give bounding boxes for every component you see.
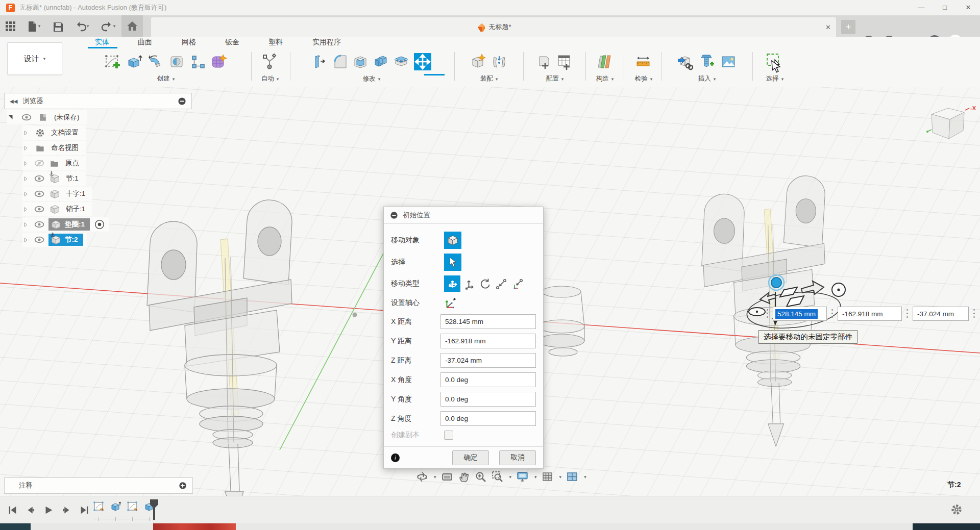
panel-display-toggle-icon[interactable] xyxy=(178,97,186,106)
drag-grip-icon[interactable] xyxy=(972,308,976,319)
shell-icon[interactable] xyxy=(352,54,369,70)
configuration-table-icon[interactable] xyxy=(556,53,574,70)
press-pull-icon[interactable] xyxy=(311,54,328,70)
expander-icon[interactable] xyxy=(22,130,29,136)
fillet-icon[interactable] xyxy=(332,54,348,70)
browser-panel-header[interactable]: ◀◀ 浏览器 xyxy=(4,93,192,109)
expander-icon[interactable] xyxy=(22,191,29,197)
tab-plastic[interactable]: 塑料 xyxy=(268,38,283,47)
joint-icon[interactable] xyxy=(491,53,508,70)
chevron-down-icon[interactable]: ▾ xyxy=(434,474,436,479)
set-pivot-icon[interactable] xyxy=(444,296,457,310)
x-distance-floating-input[interactable]: 528.145 mm xyxy=(773,307,827,321)
zoom-icon[interactable] xyxy=(475,471,487,483)
create-copy-checkbox[interactable] xyxy=(444,431,453,440)
hovered-item-highlight[interactable]: 垫圈:1 xyxy=(48,218,90,231)
app-grid-icon[interactable] xyxy=(0,15,20,37)
pattern-icon[interactable] xyxy=(190,54,206,70)
tab-surface[interactable]: 曲面 xyxy=(138,38,152,47)
new-tab-button[interactable]: + xyxy=(841,20,855,34)
form-icon[interactable] xyxy=(210,53,228,70)
fit-zoom-window-icon[interactable] xyxy=(492,471,504,483)
tree-item-root[interactable]: (未保存) xyxy=(7,110,87,124)
tab-mesh[interactable]: 网格 xyxy=(182,38,196,47)
expander-icon[interactable] xyxy=(22,145,29,152)
orbit-icon[interactable] xyxy=(416,471,428,483)
timeline-extrude-feature-icon[interactable] xyxy=(110,500,122,513)
x-angle-input[interactable] xyxy=(440,372,536,387)
timeline-go-start-button[interactable] xyxy=(7,504,18,516)
tree-item-document-settings[interactable]: 文档设置 xyxy=(22,125,86,140)
tab-solid[interactable]: 实体 xyxy=(95,38,109,47)
look-at-icon[interactable] xyxy=(441,471,453,483)
grid-layout-icon[interactable] xyxy=(542,471,554,483)
document-tab[interactable]: 无标题* ✕ xyxy=(151,17,836,37)
construction-plane-icon[interactable] xyxy=(596,53,614,70)
save-button[interactable] xyxy=(46,15,68,37)
new-component-icon[interactable] xyxy=(470,53,487,70)
group-label-assemble[interactable]: 装配▾ xyxy=(480,74,498,83)
chevron-down-icon[interactable]: ▾ xyxy=(534,474,537,479)
eye-icon[interactable] xyxy=(34,235,44,245)
tab-close-icon[interactable]: ✕ xyxy=(825,23,831,31)
tree-item-component-jie2[interactable]: 节:2 xyxy=(22,233,87,247)
z-distance-floating-input[interactable]: -37.024 mm xyxy=(913,307,969,321)
eye-icon[interactable] xyxy=(34,173,44,184)
group-label-select[interactable]: 选择▾ xyxy=(766,74,784,83)
insert-fastener-icon[interactable] xyxy=(699,53,716,70)
group-label-insert[interactable]: 插入▾ xyxy=(698,74,716,83)
move-object-type-button[interactable] xyxy=(444,232,461,249)
eye-off-icon[interactable] xyxy=(34,158,44,168)
timeline-step-back-button[interactable] xyxy=(25,504,36,516)
eye-icon[interactable] xyxy=(34,219,44,230)
group-label-construct[interactable]: 构造▾ xyxy=(596,74,614,83)
tree-item-component-shizi1[interactable]: 十字:1 xyxy=(22,187,92,201)
workspace-selector[interactable]: 设计▾ xyxy=(7,42,62,75)
drag-grip-icon[interactable] xyxy=(766,308,769,319)
timeline-play-button[interactable] xyxy=(43,504,54,516)
revolve-icon[interactable] xyxy=(147,53,164,70)
chevron-down-icon[interactable]: ▾ xyxy=(559,474,562,479)
z-angle-input[interactable] xyxy=(440,411,536,426)
selection-button[interactable] xyxy=(444,254,461,271)
extrude-icon[interactable] xyxy=(126,53,143,70)
info-icon[interactable]: i xyxy=(391,453,400,462)
split-body-icon[interactable] xyxy=(393,54,409,70)
move-type-point-to-point-button[interactable] xyxy=(493,275,509,292)
tree-item-origin[interactable]: 原点 xyxy=(22,156,86,170)
pan-icon[interactable] xyxy=(458,471,470,483)
move-type-free-button[interactable] xyxy=(444,275,460,292)
combine-icon[interactable] xyxy=(373,54,389,70)
tree-item-component-xiaozi1[interactable]: 销子:1 xyxy=(22,202,92,216)
collapse-dialog-icon[interactable] xyxy=(390,211,398,219)
expander-icon[interactable] xyxy=(22,175,29,182)
move-type-rotate-button[interactable] xyxy=(477,275,493,292)
comments-panel[interactable]: 注释 xyxy=(4,477,193,494)
drag-grip-icon[interactable] xyxy=(905,308,909,319)
viewports-icon[interactable] xyxy=(566,471,578,483)
chevron-down-icon[interactable]: ▾ xyxy=(509,474,512,479)
tree-item-component-dianquan1[interactable]: 垫圈:1 xyxy=(22,217,109,232)
create-sketch-icon[interactable] xyxy=(104,53,121,70)
radio-target-icon[interactable] xyxy=(94,219,105,230)
y-distance-input[interactable] xyxy=(440,334,536,348)
eye-icon[interactable] xyxy=(34,189,44,199)
selected-item-highlight[interactable]: 节:2 xyxy=(48,234,83,246)
expander-icon[interactable] xyxy=(22,221,29,228)
measure-icon[interactable] xyxy=(635,53,652,70)
group-label-automate[interactable]: 自动▾ xyxy=(261,74,279,83)
tree-item-named-views[interactable]: 命名视图 xyxy=(22,141,86,155)
display-settings-icon[interactable] xyxy=(516,470,529,483)
move-copy-icon-active[interactable] xyxy=(413,53,432,71)
group-label-configure[interactable]: 配置▾ xyxy=(546,74,564,83)
insert-image-icon[interactable] xyxy=(720,54,738,70)
redo-button[interactable]: ▾ xyxy=(95,15,121,37)
dialog-header[interactable]: 初始位置 xyxy=(384,207,543,224)
timeline-sketch-feature-icon[interactable] xyxy=(93,500,105,513)
expander-icon[interactable] xyxy=(22,160,29,167)
group-label-inspect[interactable]: 检验▾ xyxy=(635,74,653,83)
timeline-settings-gear-icon[interactable] xyxy=(950,503,963,516)
group-label-modify[interactable]: 修改▾ xyxy=(363,74,381,83)
maximize-button[interactable]: □ xyxy=(933,0,957,15)
chevron-down-icon[interactable]: ▾ xyxy=(584,474,586,479)
